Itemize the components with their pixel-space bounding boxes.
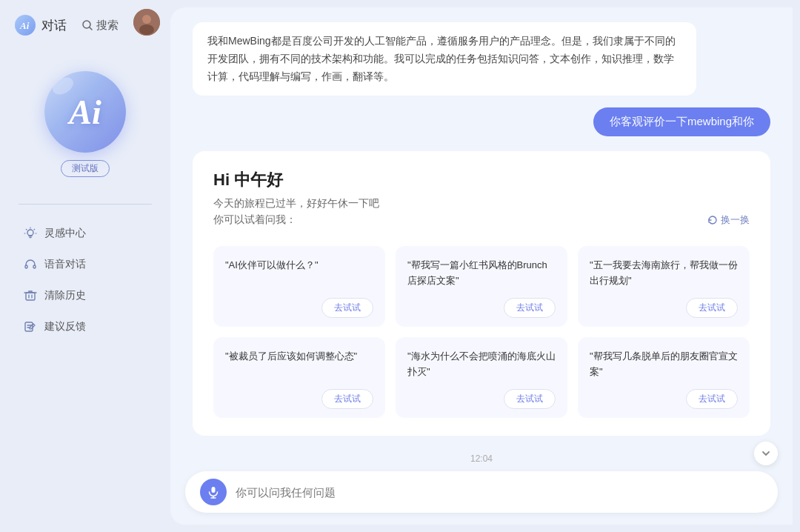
mic-button[interactable]	[200, 479, 227, 505]
delete-icon	[24, 289, 37, 302]
search-button[interactable]: 搜索	[81, 19, 119, 33]
greeting-text-block: Hi 中午好 今天的旅程已过半，好好午休一下吧 你可以试着问我：	[213, 169, 379, 239]
prompt-card-5: "帮我写几条脱单后的朋友圈官宣文案" 去试试	[578, 337, 750, 418]
prompt-text-5: "帮我写几条脱单后的朋友圈官宣文案"	[590, 349, 738, 380]
svg-point-10	[139, 24, 154, 35]
ai-message-prev: 我和MewBing都是百度公司开发的人工智能产品，遵循服务用户的产品理念。但是，…	[193, 22, 696, 96]
try-button-2[interactable]: 去试试	[686, 298, 738, 318]
prompt-card-1: "帮我写一篇小红书风格的Brunch店探店文案" 去试试	[396, 246, 567, 327]
svg-rect-11	[212, 487, 216, 493]
refresh-icon	[707, 215, 718, 225]
refresh-label: 换一换	[721, 213, 750, 227]
try-button-1[interactable]: 去试试	[504, 298, 556, 318]
chat-input[interactable]	[236, 486, 763, 499]
ai-avatar: Ai	[44, 71, 126, 153]
greeting-subtitle: 今天的旅程已过半，好好午休一下吧	[213, 197, 379, 210]
input-box	[185, 471, 778, 513]
prompt-text-4: "海水为什么不会把喷涌的海底火山扑灭"	[407, 349, 556, 380]
svg-rect-5	[33, 265, 36, 268]
prompt-card-4: "海水为什么不会把喷涌的海底火山扑灭" 去试试	[396, 337, 567, 418]
svg-rect-4	[25, 265, 27, 268]
svg-text:Ai: Ai	[19, 20, 30, 31]
user-message: 你客观评价一下mewbing和你	[593, 107, 770, 136]
try-button-3[interactable]: 去试试	[321, 389, 373, 409]
try-button-0[interactable]: 去试试	[321, 298, 373, 318]
search-icon	[81, 19, 93, 31]
app-logo-icon: Ai	[15, 15, 36, 36]
greeting-title: Hi 中午好	[213, 169, 379, 191]
prompt-card-2: "五一我要去海南旅行，帮我做一份出行规划" 去试试	[578, 246, 750, 327]
sidebar-divider	[19, 204, 152, 205]
input-area	[170, 462, 793, 525]
svg-point-3	[27, 230, 33, 236]
ai-avatar-container: Ai 测试版	[44, 71, 126, 177]
chevron-down-icon	[761, 448, 771, 459]
svg-rect-7	[25, 322, 33, 331]
sidebar-item-feedback[interactable]: 建议反馈	[15, 313, 156, 341]
user-avatar-img	[133, 9, 160, 36]
svg-line-2	[90, 27, 92, 30]
menu-clear-label: 清除历史	[44, 289, 86, 302]
menu-voice-label: 语音对话	[44, 258, 86, 271]
headphone-icon	[24, 258, 37, 271]
mic-icon	[207, 485, 220, 499]
sidebar-item-clear[interactable]: 清除历史	[15, 282, 156, 310]
beta-badge: 测试版	[61, 160, 110, 177]
greeting-prompt-label: 你可以试着问我：	[213, 213, 379, 227]
svg-rect-6	[26, 293, 35, 300]
prompt-text-0: "AI伙伴可以做什么？"	[225, 258, 373, 273]
prompt-text-2: "五一我要去海南旅行，帮我做一份出行规划"	[590, 258, 738, 289]
scroll-down-button[interactable]	[754, 442, 778, 465]
prompt-text-3: "被裁员了后应该如何调整心态"	[225, 349, 373, 365]
app-title: 对话	[41, 17, 67, 34]
menu-inspiration-label: 灵感中心	[44, 227, 86, 240]
user-message-row: 你客观评价一下mewbing和你	[193, 107, 770, 136]
greeting-card: Hi 中午好 今天的旅程已过半，好好午休一下吧 你可以试着问我： 换一换 "AI…	[193, 151, 770, 435]
message-timestamp: 12:04	[193, 453, 770, 462]
sidebar-item-voice[interactable]: 语音对话	[15, 250, 156, 279]
try-button-5[interactable]: 去试试	[686, 389, 738, 409]
prompt-text-1: "帮我写一篇小红书风格的Brunch店探店文案"	[407, 258, 556, 289]
ai-message-prev-text: 我和MewBing都是百度公司开发的人工智能产品，遵循服务用户的产品理念。但是，…	[207, 35, 676, 82]
refresh-button[interactable]: 换一换	[707, 213, 750, 227]
prompt-grid: "AI伙伴可以做什么？" 去试试 "帮我写一篇小红书风格的Brunch店探店文案…	[213, 246, 750, 417]
menu-feedback-label: 建议反馈	[44, 320, 86, 333]
sidebar: Ai 对话 搜索 Ai 测试版 灵感中心	[0, 0, 170, 532]
ai-logo-text: Ai	[69, 93, 101, 132]
chat-area: 我和MewBing都是百度公司开发的人工智能产品，遵循服务用户的产品理念。但是，…	[170, 7, 793, 462]
edit-icon	[24, 320, 37, 333]
prompt-card-0: "AI伙伴可以做什么？" 去试试	[213, 246, 385, 327]
prompt-card-3: "被裁员了后应该如何调整心态" 去试试	[213, 337, 385, 418]
try-button-4[interactable]: 去试试	[504, 389, 556, 409]
main-panel: 我和MewBing都是百度公司开发的人工智能产品，遵循服务用户的产品理念。但是，…	[170, 7, 793, 525]
search-label: 搜索	[96, 19, 119, 33]
sidebar-item-inspiration[interactable]: 灵感中心	[15, 219, 156, 247]
lightbulb-icon	[24, 227, 37, 240]
svg-point-9	[142, 15, 151, 24]
sidebar-menu: 灵感中心 语音对话 清除历史 建议反馈	[0, 219, 170, 341]
user-avatar[interactable]	[133, 9, 160, 36]
